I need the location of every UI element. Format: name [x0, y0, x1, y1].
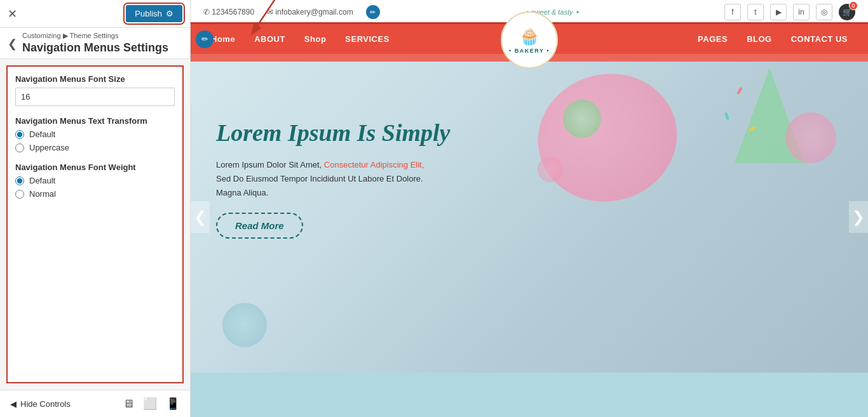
- page-title: Navigation Menus Settings: [22, 41, 168, 55]
- font-weight-default[interactable]: Default: [15, 176, 175, 185]
- breadcrumb: Customizing ▶ Theme Settings: [22, 32, 168, 40]
- nav-wrapper: Home ABOUT Shop SERVICES 🧁 • BAKERY • PA…: [191, 24, 868, 54]
- cart-badge: 0: [849, 1, 858, 10]
- hero-description: Lorem Ipsum Dolor Sit Amet, Consectetur …: [216, 158, 450, 200]
- font-weight-normal-label: Normal: [29, 189, 56, 199]
- small-pink-ball: [538, 157, 563, 182]
- preview-area: ✆ 1234567890 ✉ infobakery@gmail.com ✏ sw…: [191, 0, 868, 417]
- nav-item-services[interactable]: SERVICES: [337, 24, 397, 54]
- nav-item-blog[interactable]: BLOG: [739, 24, 780, 54]
- cart-icon[interactable]: 🛒 0: [839, 4, 855, 20]
- youtube-icon[interactable]: ▶: [770, 4, 787, 20]
- pink-cake-decor: [524, 62, 691, 217]
- phone-text: ✆ 1234567890: [203, 8, 254, 17]
- nav-item-shop[interactable]: Shop: [297, 24, 334, 54]
- mobile-view-icon[interactable]: 📱: [166, 397, 180, 411]
- font-weight-default-radio[interactable]: [15, 176, 24, 185]
- back-bar: ❮ Customizing ▶ Theme Settings Navigatio…: [0, 28, 190, 59]
- hero-content: Lorem Ipsum Is Simply Lorem Ipsum Dolor …: [216, 119, 450, 239]
- text-transform-default[interactable]: Default: [15, 129, 175, 139]
- bakery-logo: 🧁 • BAKERY •: [501, 11, 558, 69]
- breadcrumb-separator: ▶: [63, 32, 70, 39]
- breadcrumb-section: Theme Settings: [69, 32, 118, 39]
- text-transform-uppercase[interactable]: Uppercase: [15, 143, 175, 152]
- teal-ball-decor: [222, 303, 267, 347]
- font-weight-normal[interactable]: Normal: [15, 189, 175, 199]
- pink-ball-decor: [785, 112, 836, 163]
- font-weight-default-label: Default: [29, 176, 55, 185]
- settings-icon: ⚙: [166, 9, 173, 18]
- sprinkle-2: [724, 112, 729, 121]
- text-transform-default-radio[interactable]: [15, 130, 24, 139]
- twitter-icon[interactable]: t: [747, 4, 764, 20]
- text-transform-group: Navigation Menus Text Transform Default …: [15, 116, 175, 152]
- nav-left: Home ABOUT Shop SERVICES: [203, 24, 397, 54]
- instagram-icon[interactable]: ◎: [816, 4, 832, 20]
- font-size-label: Navigation Menus Font Size: [15, 74, 175, 84]
- nav-item-contact[interactable]: CONTACT US: [783, 24, 855, 54]
- hero-title: Lorem Ipsum Is Simply: [216, 119, 450, 148]
- top-bar: ✕ Publish ⚙: [0, 0, 190, 28]
- desktop-view-icon[interactable]: 🖥: [123, 397, 134, 411]
- nav-right: PAGES BLOG CONTACT US: [690, 24, 855, 54]
- linkedin-icon[interactable]: in: [793, 4, 810, 20]
- nav-item-about[interactable]: ABOUT: [247, 24, 293, 54]
- tablet-view-icon[interactable]: ⬜: [143, 397, 157, 411]
- nav-bar: Home ABOUT Shop SERVICES 🧁 • BAKERY • PA…: [191, 24, 868, 54]
- breadcrumb-customizing: Customizing: [22, 32, 61, 39]
- text-transform-label: Navigation Menus Text Transform: [15, 116, 175, 126]
- publish-label: Publish: [135, 9, 162, 18]
- edit-icon: ✏: [366, 5, 380, 19]
- text-transform-default-label: Default: [29, 129, 55, 139]
- logo-name: • BAKERY •: [509, 48, 550, 54]
- hero-desc-line3: Magna Aliqua.: [216, 188, 268, 197]
- hide-controls-button[interactable]: ◀ Hide Controls: [10, 399, 71, 409]
- font-weight-options: Default Normal: [15, 176, 175, 199]
- nav-item-pages[interactable]: PAGES: [690, 24, 735, 54]
- hide-icon: ◀: [10, 399, 17, 409]
- top-contact: ✆ 1234567890 ✉ infobakery@gmail.com ✏: [203, 5, 380, 19]
- font-weight-label: Navigation Menus Font Weight: [15, 162, 175, 172]
- font-weight-normal-radio[interactable]: [15, 190, 24, 199]
- text-transform-uppercase-radio[interactable]: [15, 143, 24, 152]
- hero-section: Lorem Ipsum Is Simply Lorem Ipsum Dolor …: [191, 62, 868, 373]
- font-weight-group: Navigation Menus Font Weight Default Nor…: [15, 162, 175, 199]
- hide-controls-label: Hide Controls: [20, 399, 71, 409]
- bottom-bar: ◀ Hide Controls 🖥 ⬜ 📱: [0, 390, 190, 417]
- email-text: ✉ infobakery@gmail.com: [267, 8, 353, 17]
- facebook-icon[interactable]: f: [724, 4, 741, 20]
- left-panel: ✕ Publish ⚙ ❮ Customizing ▶ Theme Settin…: [0, 0, 191, 417]
- hero-desc-line2: Sed Do Eiusmod Tempor Incididunt Ut Labo…: [216, 174, 423, 183]
- cupcake-emoji: 🧁: [519, 27, 539, 46]
- controls-area: Navigation Menus Font Size Navigation Me…: [6, 65, 184, 383]
- publish-button[interactable]: Publish ⚙: [126, 5, 182, 22]
- font-size-group: Navigation Menus Font Size: [15, 74, 175, 106]
- hero-desc-line1: Lorem Ipsum Dolor Sit Amet,: [216, 160, 322, 169]
- breadcrumb-area: Customizing ▶ Theme Settings Navigation …: [22, 32, 168, 55]
- read-more-button[interactable]: Read More: [216, 213, 303, 239]
- hero-background: Lorem Ipsum Is Simply Lorem Ipsum Dolor …: [191, 62, 868, 373]
- text-transform-options: Default Uppercase: [15, 129, 175, 152]
- green-ball-decor: [563, 100, 601, 138]
- hero-desc-highlight: Consectetur Adipiscing Elit,: [324, 160, 424, 169]
- text-transform-uppercase-label: Uppercase: [29, 143, 69, 152]
- back-button[interactable]: ❮: [8, 37, 17, 51]
- nav-edit-pencil[interactable]: ✏: [196, 30, 214, 48]
- view-icons: 🖥 ⬜ 📱: [123, 397, 180, 411]
- close-button[interactable]: ✕: [8, 7, 17, 21]
- carousel-next-button[interactable]: ❯: [849, 201, 868, 233]
- font-size-input[interactable]: [15, 88, 175, 106]
- top-social: f t ▶ in ◎ 🛒 0: [724, 4, 855, 20]
- carousel-prev-button[interactable]: ❮: [191, 201, 210, 233]
